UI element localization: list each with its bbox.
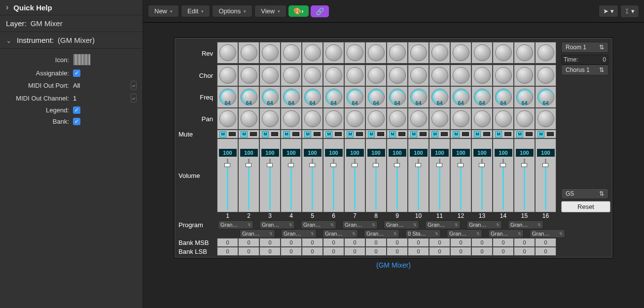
stepper-icon[interactable]: ▴▾ bbox=[131, 81, 137, 90]
knob[interactable] bbox=[217, 42, 238, 64]
program-select[interactable]: Gran…⇅ bbox=[425, 220, 461, 229]
freq-knob[interactable]: 64 bbox=[408, 86, 429, 108]
knob[interactable] bbox=[217, 108, 238, 130]
knob[interactable] bbox=[323, 42, 344, 64]
bank-lsb-cell[interactable]: 0 bbox=[238, 247, 259, 256]
bank-msb-cell[interactable]: 0 bbox=[514, 238, 535, 247]
freq-knob[interactable]: 64 bbox=[493, 86, 514, 108]
view-menu[interactable]: View▾ bbox=[254, 5, 286, 17]
bank-lsb-cell[interactable]: 0 bbox=[471, 247, 493, 256]
knob[interactable] bbox=[471, 42, 493, 64]
reverb-type-select[interactable]: Room 1⇅ bbox=[561, 42, 608, 53]
mute-button[interactable]: M bbox=[219, 131, 226, 137]
reset-button[interactable]: Reset bbox=[561, 201, 610, 212]
freq-knob[interactable]: 64 bbox=[365, 86, 387, 108]
knob[interactable] bbox=[493, 42, 514, 64]
knob[interactable] bbox=[302, 65, 323, 86]
program-select[interactable]: Gran…⇅ bbox=[447, 229, 482, 238]
volume-fader[interactable]: 100 bbox=[514, 138, 535, 212]
bank-lsb-cell[interactable]: 0 bbox=[217, 247, 238, 256]
instrument-row[interactable]: ⌄ Instrument: (GM Mixer) bbox=[0, 32, 143, 49]
volume-fader[interactable]: 100 bbox=[408, 138, 429, 212]
bank-msb-cell[interactable]: 0 bbox=[471, 238, 493, 247]
program-select[interactable]: Gran…⇅ bbox=[259, 220, 295, 229]
knob[interactable] bbox=[429, 108, 450, 130]
knob[interactable] bbox=[514, 42, 535, 64]
mute-button[interactable]: M bbox=[453, 131, 460, 137]
knob[interactable] bbox=[238, 42, 259, 64]
program-select[interactable]: Gran…⇅ bbox=[364, 229, 399, 238]
volume-fader[interactable]: 100 bbox=[302, 138, 323, 212]
freq-knob[interactable]: 64 bbox=[387, 86, 408, 108]
midi-channel-row[interactable]: MIDI Out Channel: 1▴▾ bbox=[0, 92, 143, 104]
bank-lsb-cell[interactable]: 0 bbox=[408, 247, 429, 256]
midi-port-row[interactable]: MIDI Out Port: All▴▾ bbox=[0, 79, 143, 92]
mute-button[interactable]: M bbox=[410, 131, 417, 137]
knob[interactable] bbox=[408, 42, 429, 64]
gm-mixer-object[interactable]: RevRoom 1⇅Time:0ChorChorus 1⇅Freq6464646… bbox=[174, 37, 613, 258]
knob[interactable] bbox=[408, 65, 429, 86]
knob[interactable] bbox=[514, 108, 535, 130]
bank-lsb-cell[interactable]: 0 bbox=[514, 247, 535, 256]
volume-fader[interactable]: 100 bbox=[471, 138, 493, 212]
knob[interactable] bbox=[365, 65, 387, 86]
knob[interactable] bbox=[344, 108, 365, 130]
program-select[interactable]: Gran…⇅ bbox=[301, 220, 336, 229]
knob[interactable] bbox=[493, 108, 514, 130]
freq-knob[interactable]: 64 bbox=[281, 86, 302, 108]
bank-lsb-cell[interactable]: 0 bbox=[365, 247, 387, 256]
bank-msb-cell[interactable]: 0 bbox=[281, 238, 302, 247]
volume-fader[interactable]: 100 bbox=[450, 138, 471, 212]
bank-lsb-cell[interactable]: 0 bbox=[493, 247, 514, 256]
knob[interactable] bbox=[471, 65, 493, 86]
assignable-checkbox[interactable]: ✓ bbox=[73, 69, 80, 77]
volume-fader[interactable]: 100 bbox=[344, 138, 365, 212]
mute-button[interactable]: M bbox=[262, 131, 269, 137]
knob[interactable] bbox=[344, 42, 365, 64]
bank-checkbox[interactable]: ✓ bbox=[73, 118, 80, 125]
mute-button[interactable]: M bbox=[389, 131, 396, 137]
bank-msb-cell[interactable]: 0 bbox=[493, 238, 514, 247]
mute-button[interactable]: M bbox=[431, 131, 438, 137]
quick-help-header[interactable]: › Quick Help bbox=[0, 0, 143, 15]
pointer-tool[interactable]: ➤▾ bbox=[599, 5, 618, 17]
bank-msb-cell[interactable]: 0 bbox=[302, 238, 323, 247]
bank-msb-cell[interactable]: 0 bbox=[408, 238, 429, 247]
knob[interactable] bbox=[450, 65, 471, 86]
volume-fader[interactable]: 100 bbox=[387, 138, 408, 212]
program-select[interactable]: Gran…⇅ bbox=[466, 220, 502, 229]
knob[interactable] bbox=[450, 108, 471, 130]
program-select[interactable]: Gran…⇅ bbox=[281, 229, 317, 238]
program-select[interactable]: Gran…⇅ bbox=[342, 220, 378, 229]
standard-select[interactable]: GS⇅ bbox=[561, 188, 608, 199]
program-select[interactable]: Gran…⇅ bbox=[508, 220, 543, 229]
knob[interactable] bbox=[281, 65, 302, 86]
freq-knob[interactable]: 64 bbox=[217, 86, 238, 108]
mute-button[interactable]: M bbox=[325, 131, 332, 137]
knob[interactable] bbox=[281, 42, 302, 64]
knob[interactable] bbox=[429, 42, 450, 64]
freq-knob[interactable]: 64 bbox=[535, 86, 556, 108]
knob[interactable] bbox=[493, 65, 514, 86]
freq-knob[interactable]: 64 bbox=[429, 86, 450, 108]
knob[interactable] bbox=[387, 42, 408, 64]
knob[interactable] bbox=[302, 42, 323, 64]
mute-button[interactable]: M bbox=[516, 131, 523, 137]
bank-msb-cell[interactable]: 0 bbox=[429, 238, 450, 247]
program-select[interactable]: Gran…⇅ bbox=[488, 229, 524, 238]
knob[interactable] bbox=[387, 108, 408, 130]
mute-button[interactable]: M bbox=[368, 131, 375, 137]
knob[interactable] bbox=[535, 108, 556, 130]
knob[interactable] bbox=[365, 42, 387, 64]
program-select[interactable]: Gran…⇅ bbox=[384, 220, 419, 229]
knob[interactable] bbox=[535, 65, 556, 86]
mute-button[interactable]: M bbox=[304, 131, 311, 137]
freq-knob[interactable]: 64 bbox=[450, 86, 471, 108]
volume-fader[interactable]: 100 bbox=[535, 138, 556, 212]
new-menu[interactable]: New▾ bbox=[148, 5, 179, 17]
bank-msb-cell[interactable]: 0 bbox=[450, 238, 471, 247]
bank-lsb-cell[interactable]: 0 bbox=[344, 247, 365, 256]
knob[interactable] bbox=[259, 108, 281, 130]
bank-msb-cell[interactable]: 0 bbox=[387, 238, 408, 247]
stepper-icon[interactable]: ▴▾ bbox=[131, 94, 137, 103]
